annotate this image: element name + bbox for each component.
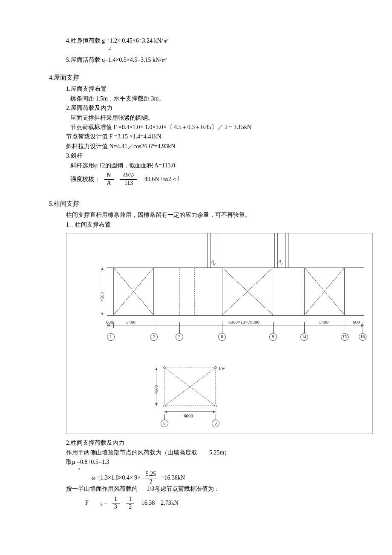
s5-p2-l4: 按一半山墙面作用风荷载的 1/3考虑节点荷载标准值为： <box>0 484 392 494</box>
node-circle-16: 16 <box>359 333 366 341</box>
s5-p2-l2-text: 取μ =0.8+0.5=1.3 <box>66 459 109 465</box>
s5-p2-l2: 取μ =0.8+0.5=1.3 <box>0 457 392 467</box>
s4-p2-head: 2.屋面荷载及内力 <box>0 104 392 113</box>
node-circle-3: 3 <box>176 333 183 341</box>
bot-node-bl <box>163 405 166 407</box>
bot-fw-label: Fw <box>219 365 225 372</box>
bot-xbracing <box>164 368 216 406</box>
frac-525-2: 5.25 2 <box>143 471 159 486</box>
dim-5400-left: 5400 <box>126 319 135 326</box>
bottom-diagram: 4500 Fw 6000 8 9 <box>66 361 372 434</box>
top-vdim-label: 4500 <box>98 292 106 302</box>
bottom-chord <box>107 315 364 316</box>
load-4-sub: 2 <box>0 46 392 51</box>
s4-p2-l2: 节点荷载标准值 F =0.4×1.0× 1.0×3.0×〔 4.5＋0.3＋0.… <box>0 123 392 132</box>
s4-p2-l1: 屋面支撑斜杆采用张紧的圆钢。 <box>0 113 392 123</box>
tick-5 <box>222 322 222 328</box>
s5-p2-l5-mid: 16.38 <box>141 499 155 506</box>
s5-p2-l1b: 5.25m） <box>209 449 230 456</box>
stem-14 <box>304 328 305 333</box>
frac-N-A-num: N <box>104 172 114 180</box>
load-4-text: 4.柱身恒荷载 g =1.2× 0.45×6=3.24 kN/㎡ <box>66 37 169 44</box>
dim-5400-right: 5400 <box>319 319 329 326</box>
s4-p3-l2: 强度校核： N A 4932 113 43.6N /㎜2＜f <box>0 172 392 187</box>
frac-1-3-num: 1 <box>112 496 120 503</box>
xbracing-3 <box>304 267 345 315</box>
s5-p2-l5-sub: k <box>101 502 103 507</box>
top-col-riser-1 <box>207 233 210 267</box>
s4-strength-result: 43.6N /㎜2＜f <box>144 175 179 182</box>
dim-mid: 6000×13=78000 <box>228 319 259 326</box>
s5-p2-l3-sub: 1 <box>0 477 392 480</box>
s5-p2-l4a: 按一半山墙面作用风荷载的 <box>66 486 138 492</box>
s5-p2-l3b: =16.38kN <box>161 474 185 480</box>
stem-3 <box>179 328 180 333</box>
s5-p2-l5-end: 2.73kN <box>161 499 179 506</box>
xbracing-2 <box>222 267 273 315</box>
tick-6 <box>273 322 274 328</box>
load-5-text: 5.屋面活荷载 q=1.4×0.5×4.5=3.15 kN/㎡ <box>66 57 167 63</box>
section-4-title: 4.屋面支撑 <box>0 72 392 83</box>
dim-600-left: 600 <box>106 319 113 326</box>
s5-p2-head: 2.柱间支撑荷载及内力 <box>0 438 392 448</box>
bot-hdim-line <box>164 411 216 412</box>
tick-8 <box>345 322 345 328</box>
frac-N-A: N A <box>104 172 114 187</box>
diagram-container: 4500 600 5400 600 <box>66 233 373 434</box>
xbracing-1 <box>113 267 154 315</box>
node-circle-15: 15 <box>341 333 349 341</box>
s5-p2-l2-sub: s <box>0 467 392 470</box>
frac-1-2-den: 2 <box>126 503 134 511</box>
bot-node-circle-8: 8 <box>161 420 168 427</box>
stem-9 <box>273 328 274 333</box>
frac-val-num: 4932 <box>120 172 137 180</box>
s4-p2-l4: 斜杆拉力设计值 N=4.41／cos26.6°=4.93kN <box>0 142 392 151</box>
s4-p3-head: 3.斜杆 <box>0 151 392 161</box>
top-col-riser-4 <box>285 233 288 267</box>
frac-4932-113: 4932 113 <box>120 172 137 187</box>
s4-strength-label: 强度校核： <box>70 175 100 182</box>
s5-p2-l1: 作用于两侧山墙顶部节点的风荷载为（山墙高度取 5.25m） <box>0 448 392 457</box>
s4-p3-l1: 斜杆选用φ 12的圆钢，截面面积 A=113.0 <box>0 161 392 170</box>
node-circle-9: 9 <box>269 333 277 341</box>
top-col-riser-3 <box>274 233 278 267</box>
node-circle-14: 14 <box>300 333 308 341</box>
stem-15 <box>345 328 345 333</box>
s4-p2-l3: 节点荷载设计值 F =3.15 ×1.4=4.41kN <box>0 132 392 141</box>
node-circle-1: 1 <box>107 333 115 341</box>
s5-p2-l5a: F <box>85 499 89 506</box>
frac-val-den: 113 <box>122 180 135 187</box>
tick-4 <box>179 322 180 328</box>
bot-node-circle-9: 9 <box>212 420 219 427</box>
bot-stem-9 <box>216 414 216 420</box>
stem-2 <box>154 328 154 333</box>
s5-p2-l5-eq: = <box>104 499 107 506</box>
s5-p2-l5: F k = 1 3 1 2 16.38 2.73kN <box>0 496 392 511</box>
break-icon-2 <box>279 259 283 267</box>
frac-1-2-num: 1 <box>126 496 134 503</box>
s4-p1-head: 1.屋面支撑布置 <box>0 84 392 94</box>
frac-1-2: 1 2 <box>126 496 134 511</box>
dashed-col-1 <box>179 267 180 315</box>
stem-16 <box>363 328 363 333</box>
s4-p1-body: 檩条间距 1.5m，水平支撑截距 3m。 <box>0 94 392 104</box>
s5-p1: 1．柱间支撑布置 <box>0 220 392 230</box>
dim-600-right: 600 <box>353 319 360 326</box>
s5-p2-l3-sub-val: 1 <box>99 477 101 481</box>
frac-N-A-den: A <box>104 180 114 187</box>
node-circle-2: 2 <box>150 333 158 341</box>
dashed-col-2 <box>194 267 195 315</box>
tick-7 <box>304 322 305 328</box>
section-5-title: 5.柱间支撑 <box>0 198 392 209</box>
bot-stem-8 <box>164 414 165 420</box>
load-4-sub-val: 2 <box>109 46 111 51</box>
tick-2 <box>113 322 114 328</box>
node-circle-8: 8 <box>218 333 226 341</box>
dashed-col-3 <box>301 267 301 315</box>
bot-hdim-label: 6000 <box>184 412 193 420</box>
frac-1-3-den: 3 <box>112 503 120 511</box>
s5-p2-l2-sub-val: s <box>78 466 80 471</box>
bot-node-br <box>214 405 217 407</box>
s5-intro: 柱间支撑直杆用檩条兼用，因檩条留有一定的应力余量，可不再验算。 <box>0 210 392 220</box>
top-col-riser-2 <box>218 233 221 267</box>
